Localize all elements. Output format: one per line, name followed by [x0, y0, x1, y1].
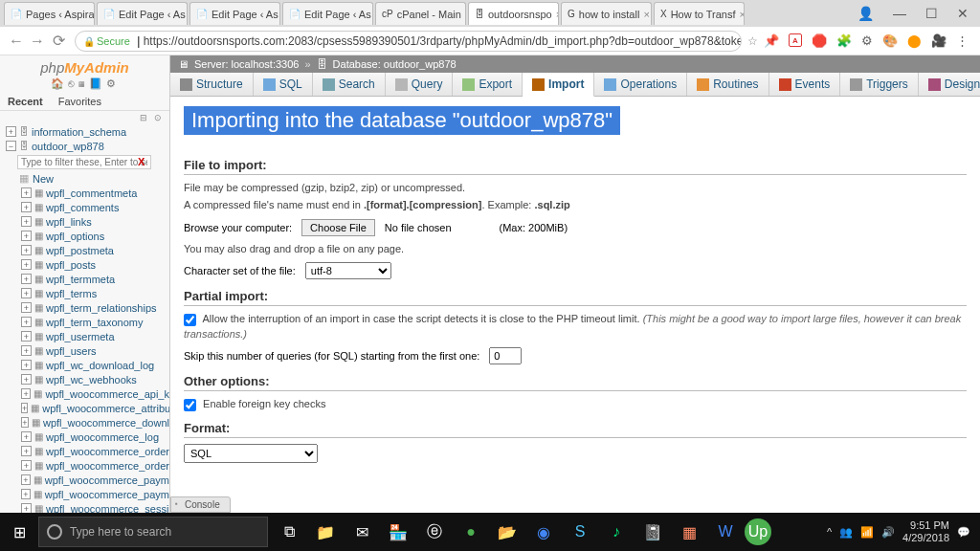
ext-icon[interactable]: ⬤	[907, 33, 922, 48]
forward-button[interactable]: →	[27, 33, 48, 50]
task-view-icon[interactable]: ⧉	[272, 513, 306, 551]
format-select[interactable]: SQL	[184, 444, 318, 463]
table-node[interactable]: +▦wpfl_users	[17, 343, 169, 358]
docs-icon[interactable]: 📘	[89, 77, 106, 89]
table-node[interactable]: +▦wpfl_usermeta	[17, 329, 169, 343]
table-node[interactable]: +▦wpfl_postmeta	[17, 243, 169, 257]
taskbar-app[interactable]: ⓔ	[417, 513, 452, 551]
close-window-icon[interactable]: ✕	[957, 6, 969, 21]
tab-export[interactable]: Export	[453, 73, 523, 96]
browser-tab[interactable]: 🗄outdoorsnspo×	[468, 2, 559, 25]
choose-file-button[interactable]: Choose File	[301, 219, 375, 236]
table-node[interactable]: +▦wpfl_comments	[17, 200, 169, 214]
new-table-link[interactable]: ▦New	[2, 171, 169, 186]
people-icon[interactable]: 👥	[839, 526, 853, 539]
tab-designer[interactable]: Designer	[919, 73, 980, 96]
table-node[interactable]: +▦wpfl_commentmeta	[17, 186, 169, 200]
table-node[interactable]: +▦wpfl_woocommerce_log	[17, 430, 169, 444]
table-node[interactable]: +▦wpfl_term_relationships	[17, 300, 169, 315]
back-button[interactable]: ←	[6, 33, 27, 50]
close-tab-icon[interactable]: ×	[556, 9, 559, 20]
taskbar-app[interactable]: ✉	[345, 513, 379, 551]
collapse-icon[interactable]: −	[6, 141, 16, 151]
taskbar-app[interactable]: 📁	[308, 513, 343, 551]
expand-icon[interactable]: +	[21, 231, 32, 241]
expand-icon[interactable]: +	[21, 474, 31, 485]
taskbar-search[interactable]: Type here to search	[38, 517, 268, 547]
home-icon[interactable]: 🏠	[51, 77, 68, 89]
tab-import[interactable]: Import	[523, 73, 594, 97]
breadcrumb-server[interactable]: Server: localhost:3306	[194, 58, 299, 70]
expand-icon[interactable]: +	[21, 187, 32, 198]
ext-icon[interactable]: 🛑	[812, 33, 827, 48]
browser-tab[interactable]: 📄Edit Page ‹ As×	[189, 2, 280, 25]
browser-tab[interactable]: XHow to Transf×	[654, 2, 745, 25]
menu-icon[interactable]: ⋮	[956, 33, 969, 48]
table-node[interactable]: +▦wpfl_posts	[17, 257, 169, 272]
charset-select[interactable]: utf-8	[305, 262, 391, 279]
taskbar-app[interactable]: 🏪	[381, 513, 415, 551]
taskbar-app[interactable]: 📂	[490, 513, 524, 551]
table-node[interactable]: +▦wpfl_woocommerce_order	[17, 444, 169, 458]
taskbar-app[interactable]: S	[563, 513, 597, 551]
sql-icon[interactable]: ▦	[78, 77, 89, 89]
expand-icon[interactable]: +	[6, 126, 16, 137]
close-tab-icon[interactable]: ×	[643, 9, 649, 20]
minimize-icon[interactable]: —	[893, 6, 906, 21]
ext-icon[interactable]: A	[789, 33, 802, 47]
tab-operations[interactable]: Operations	[594, 73, 687, 96]
expand-icon[interactable]: +	[21, 331, 32, 342]
tab-query[interactable]: Query	[386, 73, 454, 96]
table-node[interactable]: +▦wpfl_options	[17, 229, 169, 243]
table-node[interactable]: +▦wpfl_termmeta	[17, 272, 169, 286]
expand-icon[interactable]: +	[21, 460, 32, 471]
taskbar-app[interactable]: ▦	[672, 513, 706, 551]
expand-icon[interactable]: +	[21, 202, 32, 212]
clock[interactable]: 9:51 PM 4/29/2018	[902, 519, 949, 544]
tray-expand-icon[interactable]: ^	[827, 526, 832, 538]
expand-icon[interactable]: +	[21, 345, 32, 356]
browser-tab[interactable]: 📄Edit Page ‹ As×	[282, 2, 373, 25]
recent-tab[interactable]: Recent	[0, 93, 51, 110]
expand-icon[interactable]: +	[21, 388, 31, 399]
favorites-tab[interactable]: Favorites	[51, 93, 109, 110]
table-node[interactable]: +▦wpfl_woocommerce_sessi	[17, 501, 169, 513]
close-tab-icon[interactable]: ×	[740, 9, 745, 20]
taskbar-app[interactable]: ♪	[599, 513, 634, 551]
tab-triggers[interactable]: Triggers	[840, 73, 919, 96]
table-node[interactable]: +▦wpfl_links	[17, 214, 169, 229]
table-node[interactable]: +▦wpfl_woocommerce_downl	[17, 415, 169, 430]
notifications-icon[interactable]: 💬	[957, 526, 970, 539]
expand-icon[interactable]: +	[21, 403, 28, 413]
expand-icon[interactable]: +	[21, 259, 32, 270]
ext-icon[interactable]: ⚙	[861, 33, 873, 48]
table-node[interactable]: +▦wpfl_woocommerce_paym	[17, 487, 169, 501]
taskbar-app[interactable]: ◉	[526, 513, 561, 551]
expand-icon[interactable]: +	[21, 417, 29, 428]
expand-icon[interactable]: +	[21, 245, 32, 255]
start-button[interactable]: ⊞	[0, 513, 38, 551]
ext-icon[interactable]: 🧩	[836, 33, 852, 48]
fk-checks-checkbox[interactable]	[184, 399, 196, 411]
star-icon[interactable]: ☆	[747, 34, 758, 48]
taskbar-app[interactable]: ●	[454, 513, 488, 551]
db-node[interactable]: −🗄outdoor_wp878	[2, 139, 169, 153]
tab-events[interactable]: Events	[769, 73, 841, 96]
tab-routines[interactable]: Routines	[687, 73, 768, 96]
clear-filter-icon[interactable]: X	[138, 156, 145, 167]
db-node[interactable]: +🗄information_schema	[2, 124, 169, 139]
reload-button[interactable]: ⟳	[48, 32, 69, 50]
console-toggle[interactable]: Console	[170, 496, 231, 513]
expand-icon[interactable]: +	[21, 274, 32, 284]
close-tab-icon[interactable]: ×	[465, 9, 466, 20]
wifi-icon[interactable]: 📶	[860, 526, 874, 539]
logout-icon[interactable]: ⎋	[68, 77, 78, 89]
volume-icon[interactable]: 🔊	[881, 526, 895, 539]
expand-icon[interactable]: +	[21, 360, 32, 370]
collapse-icon[interactable]: ⊟ ⊙	[0, 111, 169, 124]
skip-input[interactable]	[489, 347, 522, 364]
taskbar-app[interactable]: Up	[745, 518, 771, 545]
expand-icon[interactable]: +	[21, 302, 32, 313]
browser-tab[interactable]: Ghow to install×	[561, 2, 652, 25]
expand-icon[interactable]: +	[21, 288, 32, 298]
